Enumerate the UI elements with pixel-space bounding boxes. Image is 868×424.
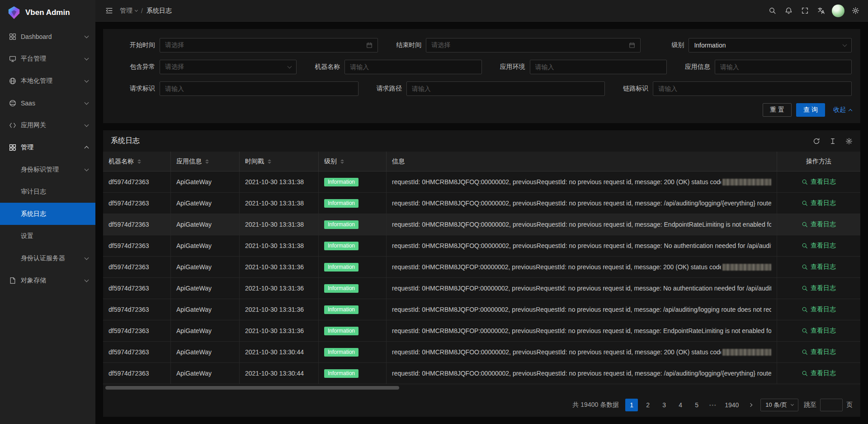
reset-button[interactable]: 重 置 (763, 103, 792, 117)
sidebar-item-saas[interactable]: Saas (0, 92, 95, 114)
user-avatar[interactable] (832, 5, 844, 17)
cell-action: 查看日志 (777, 235, 860, 256)
chevron-down-icon (288, 64, 292, 69)
has-exception-select[interactable]: 请选择 (160, 60, 297, 74)
cell-message: requestId: 0HMCRBM8JQFOP:00000002, previ… (387, 278, 777, 299)
table-settings-gear-icon[interactable] (845, 138, 853, 145)
view-log-link[interactable]: 查看日志 (802, 369, 836, 377)
column-header-action: 操作方法 (777, 152, 860, 171)
cell-app-info: ApiGateWay (171, 214, 240, 235)
logo[interactable]: Vben Admin (0, 0, 95, 25)
search-icon[interactable] (764, 0, 780, 22)
cell-timestamp: 2021-10-30 13:31:36 (240, 278, 319, 299)
refresh-icon[interactable] (813, 138, 820, 145)
request-id-input[interactable] (160, 81, 359, 96)
view-log-link[interactable]: 查看日志 (802, 242, 836, 250)
page-button-1[interactable]: 1 (625, 399, 638, 411)
gateway-icon (9, 122, 16, 129)
message-text: requestId: 0HMCRBM8JQFOQ:00000002, previ… (392, 242, 771, 249)
app-info-input-field[interactable] (720, 63, 846, 71)
sidebar-item-dashboard[interactable]: Dashboard (0, 25, 95, 48)
jump-page-input[interactable] (820, 399, 843, 411)
menu-fold-icon[interactable] (103, 0, 115, 22)
level-badge: Information (324, 178, 359, 186)
sort-icon (205, 159, 209, 164)
view-log-link[interactable]: 查看日志 (802, 348, 836, 356)
pagination-ellipsis[interactable]: ••• (707, 399, 719, 411)
calendar-icon (629, 42, 635, 48)
page-button-5[interactable]: 5 (690, 399, 703, 411)
request-path-input[interactable] (406, 81, 605, 96)
view-log-label: 查看日志 (811, 178, 836, 186)
cell-timestamp: 2021-10-30 13:31:36 (240, 257, 319, 277)
collapse-link[interactable]: 收起 (833, 106, 852, 114)
column-header-level[interactable]: 级别 (319, 152, 387, 171)
end-time-date[interactable]: 请选择 (426, 38, 641, 52)
settings-gear-icon[interactable] (847, 0, 863, 22)
page-button-1940[interactable]: 1940 (723, 399, 741, 411)
search-button[interactable]: 查 询 (796, 103, 825, 117)
app-info-input[interactable] (715, 60, 852, 74)
cell-action: 查看日志 (777, 193, 860, 214)
trace-id-input[interactable] (653, 81, 852, 96)
scrollbar-thumb[interactable] (105, 386, 399, 390)
level-select[interactable]: Information (689, 38, 852, 52)
app-environment-input[interactable] (530, 60, 667, 74)
translate-icon[interactable] (813, 0, 829, 22)
breadcrumb-item-current: 系统日志 (146, 7, 172, 15)
cell-app-info: ApiGateWay (171, 299, 240, 320)
horizontal-scrollbar (103, 385, 860, 391)
sidebar-item-auth-server[interactable]: 身份认证服务器 (0, 247, 95, 269)
message-text: requestId: 0HMCRBM8JQFOO:00000002, previ… (392, 370, 771, 377)
level-badge: Information (324, 220, 359, 229)
view-log-link[interactable]: 查看日志 (802, 327, 836, 335)
view-log-link[interactable]: 查看日志 (802, 284, 836, 292)
view-log-link[interactable]: 查看日志 (802, 220, 836, 229)
view-log-link[interactable]: 查看日志 (802, 199, 836, 207)
start-time-date[interactable]: 请选择 (160, 38, 378, 52)
sidebar-item-identity[interactable]: 身份标识管理 (0, 158, 95, 181)
page-button-3[interactable]: 3 (658, 399, 670, 411)
column-header-time[interactable]: 时间戳 (240, 152, 319, 171)
redacted-block (722, 349, 771, 356)
sidebar-item-settings[interactable]: 设置 (0, 225, 95, 247)
cell-timestamp: 2021-10-30 13:31:38 (240, 193, 319, 214)
filter-form: 开始时间请选择结束时间请选择级别Information包含异常请选择机器名称应用… (112, 38, 852, 96)
view-log-link[interactable]: 查看日志 (802, 305, 836, 314)
sidebar-item-localization[interactable]: 本地化管理 (0, 70, 95, 92)
chevron-right-icon (749, 403, 752, 407)
column-height-icon[interactable] (829, 138, 836, 145)
cell-machine-name: df5974d72363 (103, 193, 171, 214)
sidebar-item-audit-logs[interactable]: 审计日志 (0, 181, 95, 203)
chevron-down-icon (85, 100, 89, 105)
page-button-2[interactable]: 2 (642, 399, 654, 411)
machine-name-input[interactable] (344, 60, 481, 74)
notification-bell-icon[interactable] (780, 0, 797, 22)
sidebar-item-object-storage[interactable]: 对象存储 (0, 269, 95, 291)
breadcrumb-item-manage[interactable]: 管理 (120, 7, 137, 15)
chevron-down-icon (85, 167, 89, 171)
page-button-4[interactable]: 4 (674, 399, 687, 411)
sidebar-item-gateway[interactable]: 应用网关 (0, 114, 95, 136)
trace-id-input-field[interactable] (658, 85, 846, 92)
view-log-link[interactable]: 查看日志 (802, 178, 836, 186)
next-page-button[interactable] (744, 399, 757, 411)
column-header-app[interactable]: 应用信息 (171, 152, 240, 171)
request-path-input-field[interactable] (412, 85, 600, 92)
column-header-machine[interactable]: 机器名称 (103, 152, 171, 171)
filter-label-level: 级别 (641, 41, 684, 49)
page-size-select[interactable]: 10 条/页 (760, 399, 798, 411)
request-id-input-field[interactable] (165, 85, 353, 92)
machine-name-input-field[interactable] (350, 63, 476, 71)
sidebar-item-platform[interactable]: 平台管理 (0, 48, 95, 70)
app-environment-input-field[interactable] (535, 63, 661, 71)
table-row: df5974d72363ApiGateWay2021-10-30 13:31:3… (103, 214, 860, 235)
chevron-up-icon (849, 109, 852, 113)
fullscreen-icon[interactable] (797, 0, 813, 22)
view-log-link[interactable]: 查看日志 (802, 263, 836, 271)
cell-message: requestId: 0HMCRBM8JQFOO:00000002, previ… (387, 342, 777, 362)
sort-desc-caret (137, 162, 141, 164)
sidebar-item-management[interactable]: 管理 (0, 136, 95, 158)
sidebar-item-label: 平台管理 (21, 55, 85, 63)
sidebar-item-system-logs[interactable]: 系统日志 (0, 203, 95, 225)
